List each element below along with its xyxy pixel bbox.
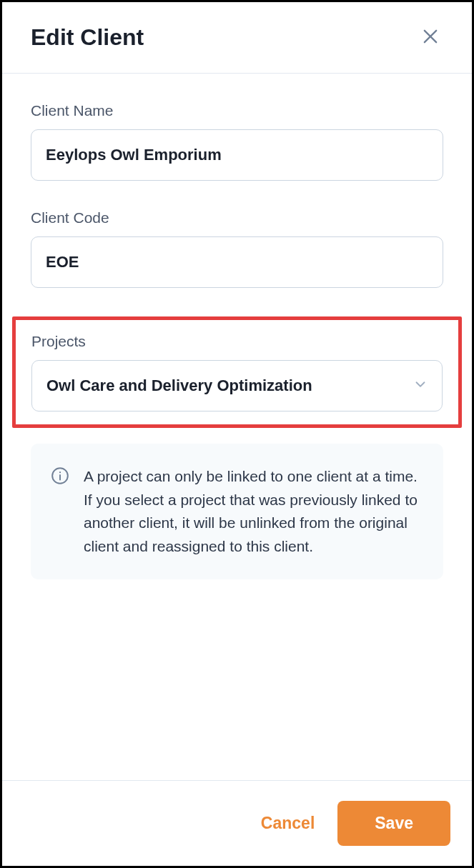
modal-title: Edit Client [31, 24, 144, 51]
client-code-input[interactable] [31, 236, 443, 288]
close-icon [420, 26, 440, 49]
close-button[interactable] [418, 24, 443, 51]
modal-footer: Cancel Save [2, 780, 472, 866]
projects-label: Projects [31, 333, 443, 350]
modal-body: Client Name Client Code Projects Owl Car… [2, 74, 472, 594]
field-client-name: Client Name [31, 102, 443, 181]
client-name-label: Client Name [31, 102, 443, 119]
field-client-code: Client Code [31, 209, 443, 288]
svg-point-4 [59, 472, 61, 473]
projects-highlight: Projects Owl Care and Delivery Optimizat… [12, 316, 462, 428]
cancel-button[interactable]: Cancel [258, 808, 317, 839]
info-text: A project can only be linked to one clie… [84, 465, 423, 558]
client-code-label: Client Code [31, 209, 443, 226]
info-icon [51, 467, 69, 488]
modal-header: Edit Client [2, 2, 472, 74]
client-name-input[interactable] [31, 129, 443, 181]
field-projects: Projects Owl Care and Delivery Optimizat… [31, 333, 443, 411]
save-button[interactable]: Save [337, 801, 450, 846]
info-box: A project can only be linked to one clie… [31, 444, 443, 579]
projects-select-wrapper: Owl Care and Delivery Optimization [31, 360, 443, 411]
projects-select[interactable]: Owl Care and Delivery Optimization [31, 360, 443, 411]
